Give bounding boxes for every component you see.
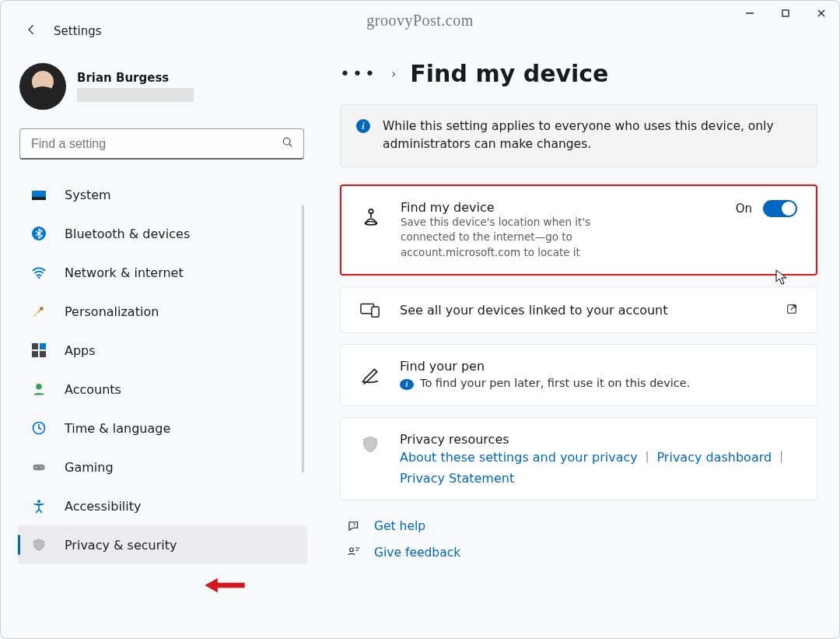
svg-rect-1 — [782, 10, 789, 16]
sidebar-item-label: Bluetooth & devices — [65, 226, 190, 241]
card-title: Find my device — [401, 200, 634, 215]
sidebar-item-privacy-security[interactable]: Privacy & security — [18, 525, 307, 564]
svg-rect-16 — [33, 465, 45, 471]
system-icon — [30, 186, 47, 203]
sidebar-item-label: System — [65, 188, 111, 202]
sidebar-item-label: Accessibility — [65, 499, 141, 514]
apps-icon — [30, 342, 47, 359]
svg-point-4 — [283, 138, 290, 145]
devices-icon — [359, 301, 381, 318]
find-your-pen-card: Find your pen i To find your pen later, … — [340, 344, 817, 406]
card-title: See all your devices linked to your acco… — [400, 303, 668, 318]
back-button[interactable] — [24, 23, 38, 40]
see-all-devices-card[interactable]: See all your devices linked to your acco… — [340, 286, 817, 333]
svg-line-5 — [289, 144, 292, 146]
avatar — [19, 63, 66, 110]
external-link-icon — [786, 303, 798, 318]
app-title: Settings — [54, 24, 102, 38]
card-subtitle: Save this device's location when it's co… — [401, 215, 634, 261]
privacy-resources-card: Privacy resources About these settings a… — [340, 417, 817, 500]
accessibility-icon — [30, 497, 47, 514]
profile-name: Brian Burgess — [77, 71, 194, 85]
clock-globe-icon — [30, 420, 47, 437]
sidebar-item-accounts[interactable]: Accounts — [18, 370, 307, 409]
sidebar-item-gaming[interactable]: Gaming — [18, 448, 307, 486]
find-my-device-card: Find my device Save this device's locati… — [340, 184, 817, 276]
separator: | — [779, 450, 783, 465]
maximize-button[interactable] — [768, 1, 803, 26]
sidebar-item-personalization[interactable]: Personalization — [18, 292, 307, 331]
sidebar-item-label: Gaming — [65, 460, 114, 475]
gamepad-icon — [30, 458, 47, 476]
sidebar-item-label: Accounts — [65, 382, 121, 397]
privacy-link-about[interactable]: About these settings and your privacy — [400, 450, 638, 465]
pen-icon — [359, 365, 381, 385]
privacy-link-statement[interactable]: Privacy Statement — [400, 471, 514, 486]
sidebar-item-label: Apps — [65, 343, 96, 358]
svg-point-19 — [37, 500, 40, 503]
card-subtitle: To find your pen later, first use it on … — [420, 375, 690, 391]
search-input[interactable] — [30, 136, 282, 152]
svg-rect-13 — [40, 351, 46, 357]
wifi-icon — [30, 264, 47, 281]
give-feedback-link[interactable]: Give feedback — [346, 546, 817, 560]
feedback-icon — [346, 546, 362, 560]
svg-point-14 — [36, 384, 42, 390]
shield-icon — [30, 536, 47, 553]
sidebar-item-accessibility[interactable]: Accessibility — [18, 486, 307, 525]
paintbrush-icon — [30, 303, 47, 320]
privacy-link-dashboard[interactable]: Privacy dashboard — [657, 450, 772, 465]
svg-rect-23 — [372, 307, 379, 317]
info-banner-text: While this setting applies to everyone w… — [383, 118, 801, 154]
svg-rect-10 — [32, 343, 38, 349]
profile-block[interactable]: Brian Burgess — [19, 63, 307, 110]
shield-icon — [359, 435, 381, 455]
svg-rect-11 — [40, 343, 46, 349]
toggle-state-label: On — [736, 202, 752, 216]
svg-rect-12 — [32, 351, 38, 357]
window-button-group — [732, 1, 839, 26]
find-my-device-toggle[interactable] — [763, 200, 797, 217]
info-banner: i While this setting applies to everyone… — [340, 104, 817, 167]
svg-point-21 — [365, 221, 376, 224]
minimize-button[interactable] — [732, 1, 768, 26]
sidebar-item-system[interactable]: System — [18, 175, 307, 214]
bluetooth-icon — [30, 225, 47, 242]
card-title: Privacy resources — [400, 432, 798, 447]
help-icon: ? — [346, 519, 362, 533]
sidebar-item-label: Network & internet — [65, 265, 184, 280]
svg-text:?: ? — [353, 522, 356, 528]
location-pin-icon — [360, 206, 382, 226]
link-label: Get help — [374, 519, 425, 533]
person-icon — [30, 381, 47, 398]
profile-email-redacted — [77, 88, 194, 102]
get-help-link[interactable]: ? Get help — [346, 519, 817, 533]
chevron-right-icon: › — [391, 66, 396, 81]
svg-rect-7 — [32, 197, 46, 200]
svg-point-18 — [40, 467, 42, 469]
sidebar-item-label: Privacy & security — [65, 538, 177, 553]
sidebar-item-network[interactable]: Network & internet — [18, 253, 307, 292]
svg-point-26 — [350, 548, 354, 552]
sidebar-item-label: Personalization — [65, 304, 159, 319]
page-title: Find my device — [410, 60, 608, 87]
info-icon: i — [356, 119, 370, 133]
sidebar-item-apps[interactable]: Apps — [18, 331, 307, 370]
sidebar-item-label: Time & language — [65, 421, 170, 436]
svg-point-17 — [36, 467, 37, 469]
sidebar-item-bluetooth[interactable]: Bluetooth & devices — [18, 214, 307, 253]
card-title: Find your pen — [400, 359, 690, 374]
link-label: Give feedback — [374, 546, 460, 560]
search-box[interactable] — [19, 128, 304, 160]
svg-point-9 — [38, 276, 40, 279]
sidebar-item-time-language[interactable]: Time & language — [18, 409, 307, 448]
info-icon: i — [400, 379, 414, 390]
watermark: groovyPost.com — [366, 12, 474, 30]
separator: | — [646, 450, 649, 465]
close-button[interactable] — [803, 1, 839, 26]
breadcrumb-more-button[interactable]: ••• — [340, 64, 377, 83]
search-icon — [282, 136, 294, 152]
